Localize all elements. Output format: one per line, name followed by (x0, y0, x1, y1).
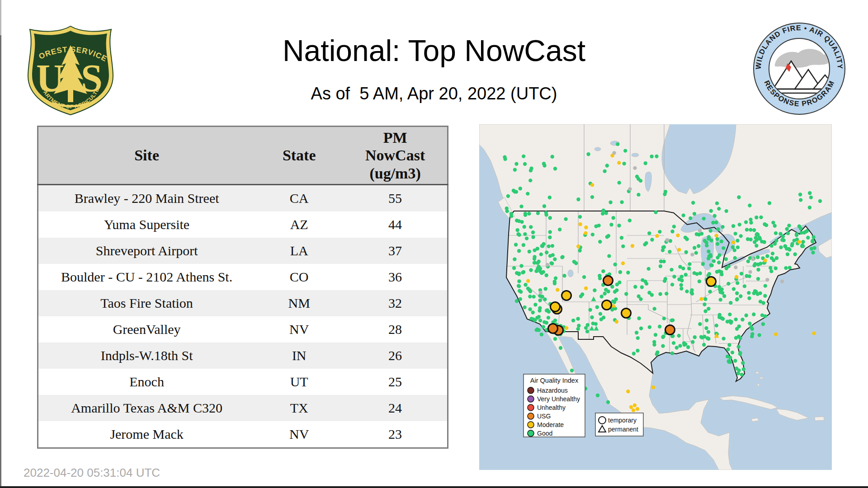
station-dot (735, 291, 739, 295)
station-dot (732, 287, 736, 291)
station-dot (637, 316, 641, 320)
station-dot (618, 270, 622, 274)
station-dot (617, 224, 621, 227)
station-dot (729, 301, 732, 305)
top-site-marker[interactable] (551, 302, 560, 312)
station-dot (539, 253, 543, 256)
station-dot (798, 192, 802, 196)
very-unhealthy-swatch-icon (528, 396, 534, 402)
station-dot (670, 268, 673, 272)
state-cell: UT (255, 369, 343, 395)
value-cell: 32 (343, 290, 448, 316)
station-dot (645, 282, 648, 286)
station-dot (774, 333, 778, 336)
station-dot (715, 202, 719, 205)
state-cell: CO (255, 264, 343, 290)
site-cell: Enoch (38, 369, 255, 395)
station-dot (753, 289, 757, 293)
station-dot (547, 316, 550, 319)
station-dot (678, 344, 682, 347)
station-dot (737, 195, 741, 199)
station-dot (763, 314, 767, 318)
station-dot (759, 216, 763, 219)
station-dot (523, 225, 526, 229)
station-dot (729, 321, 733, 324)
station-dot (544, 287, 547, 291)
station-dot (523, 305, 526, 309)
station-dot (748, 322, 751, 325)
station-dot (551, 155, 554, 159)
station-dot (595, 305, 599, 309)
station-dot (519, 187, 522, 190)
station-dot (533, 303, 537, 306)
station-dot (715, 234, 718, 237)
site-cell: Amarillo Texas A&M C320 (38, 395, 255, 421)
station-dot (584, 326, 588, 329)
top-site-marker[interactable] (548, 324, 558, 333)
value-cell: 44 (343, 211, 448, 238)
station-dot (564, 217, 567, 221)
station-dot (633, 285, 637, 289)
station-dot (741, 318, 744, 321)
station-dot (800, 231, 803, 235)
station-dot (578, 249, 581, 252)
station-dot (526, 286, 530, 290)
aqi-map[interactable]: Air Quality Index Hazardous Very Unhealt… (479, 124, 832, 470)
station-dot (590, 195, 594, 199)
station-dot (518, 289, 521, 293)
top-site-marker[interactable] (604, 276, 613, 286)
station-dot (717, 207, 721, 211)
station-dot (620, 236, 623, 239)
station-dot (734, 266, 737, 269)
station-dot (726, 320, 729, 324)
top-site-marker[interactable] (602, 300, 612, 310)
station-dot (744, 220, 748, 224)
forest-service-logo: FOREST SERVICE DEPARTMENT OF AGRICULTURE… (24, 23, 117, 117)
station-dot (525, 236, 528, 240)
station-dot (705, 319, 708, 322)
station-dot (620, 200, 623, 204)
station-dot (679, 287, 683, 291)
station-dot (618, 281, 621, 284)
station-dot (785, 247, 788, 250)
station-dot (640, 285, 644, 289)
site-cell: Taos Fire Station (38, 290, 255, 316)
station-dot (548, 235, 552, 239)
top-site-marker[interactable] (562, 291, 571, 300)
station-dot (801, 244, 805, 248)
station-dot (684, 235, 687, 239)
station-dot (680, 279, 684, 282)
station-dot (605, 164, 609, 167)
top-site-marker[interactable] (665, 325, 675, 335)
station-dot (780, 238, 784, 242)
station-dot (658, 230, 661, 234)
station-dot (601, 212, 604, 216)
station-dot (578, 222, 582, 226)
top-site-marker[interactable] (707, 277, 716, 286)
station-dot (651, 385, 655, 389)
station-dot (623, 162, 626, 165)
station-dot (818, 199, 822, 203)
station-dot (578, 215, 582, 219)
station-dot (665, 238, 669, 242)
station-dot (739, 294, 742, 298)
station-dot (733, 359, 737, 362)
station-dot (707, 249, 710, 253)
station-dot (586, 152, 590, 156)
station-dot (542, 325, 545, 328)
top-site-marker[interactable] (622, 309, 631, 318)
station-dot (708, 290, 712, 293)
site-cell: Shreveport Airport (38, 238, 255, 264)
station-dot (571, 319, 575, 322)
table-row: Taos Fire Station NM 32 (38, 290, 448, 316)
station-dot (736, 345, 740, 348)
station-dot (628, 187, 632, 191)
station-dot (768, 201, 771, 205)
station-dot (612, 151, 616, 155)
station-dot (612, 216, 615, 220)
station-dot (644, 161, 647, 165)
station-dot (545, 251, 548, 254)
station-dot (684, 250, 688, 254)
station-dot (602, 208, 605, 212)
station-dot (672, 225, 676, 228)
